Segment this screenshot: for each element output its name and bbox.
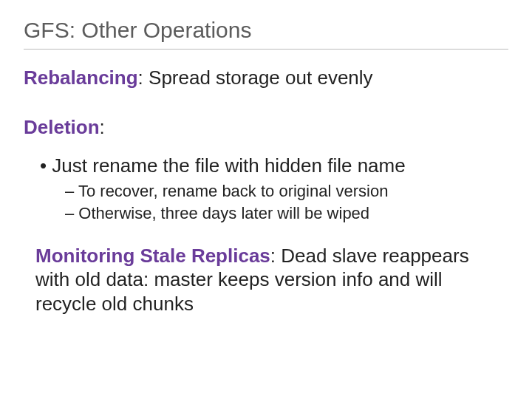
deletion-sub-2: Otherwise, three days later will be wipe…	[65, 203, 508, 225]
slide-title: GFS: Other Operations	[24, 18, 508, 50]
deletion-sub-2-text: Otherwise, three days later will be wipe…	[78, 204, 369, 222]
deletion-colon: :	[100, 116, 105, 138]
deletion-heading: Deletion:	[24, 115, 508, 140]
rebalancing-text: : Spread storage out evenly	[138, 66, 373, 89]
slide: GFS: Other Operations Rebalancing: Sprea…	[0, 0, 532, 399]
spacer	[24, 105, 508, 115]
deletion-bullet-1: Just rename the file with hidden file na…	[40, 154, 508, 178]
rebalancing-label: Rebalancing	[24, 66, 138, 89]
deletion-sub-1-text: To recover, rename back to original vers…	[78, 182, 388, 200]
deletion-label: Deletion	[24, 116, 100, 138]
monitoring-paragraph: Monitoring Stale Replicas: Dead slave re…	[35, 244, 508, 316]
deletion-bullet-1-text: Just rename the file with hidden file na…	[52, 154, 405, 177]
rebalancing-line: Rebalancing: Spread storage out evenly	[24, 66, 508, 90]
deletion-sub-1: To recover, rename back to original vers…	[65, 181, 508, 202]
monitoring-label: Monitoring Stale Replicas	[35, 245, 270, 267]
